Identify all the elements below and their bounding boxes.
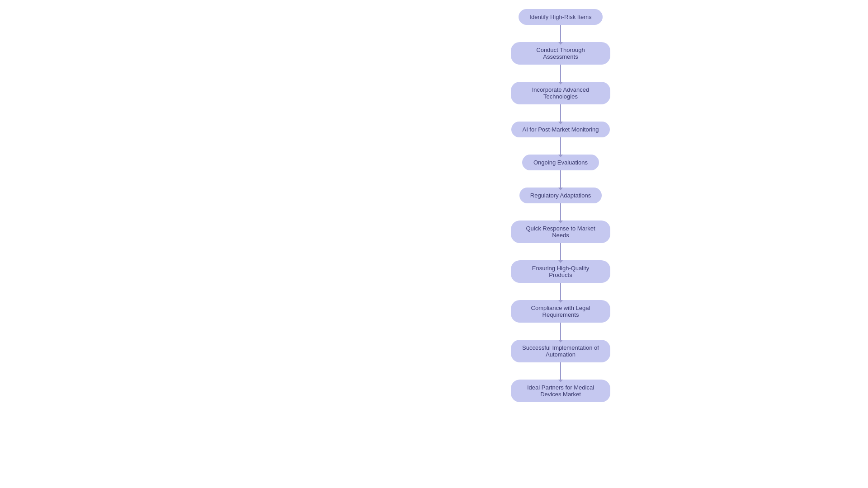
flow-connector [560,362,561,380]
node-ensuring: Ensuring High-Quality Products [511,260,610,283]
flowchart: Identify High-Risk ItemsConduct Thorough… [470,0,651,420]
node-compliance: Compliance with Legal Requirements [511,300,610,323]
node-quick: Quick Response to Market Needs [511,221,610,243]
node-ideal: Ideal Partners for Medical Devices Marke… [511,380,610,402]
node-incorporate: Incorporate Advanced Technologies [511,82,610,104]
flow-connector [560,65,561,82]
flow-connector [560,104,561,122]
flow-connector [560,25,561,42]
flow-connector [560,137,561,155]
flow-connector [560,283,561,300]
node-identify: Identify High-Risk Items [519,9,602,25]
flow-connector [560,323,561,340]
node-conduct: Conduct Thorough Assessments [511,42,610,65]
node-successful: Successful Implementation of Automation [511,340,610,362]
flow-connector [560,243,561,260]
flow-connector [560,203,561,221]
flow-connector [560,170,561,188]
